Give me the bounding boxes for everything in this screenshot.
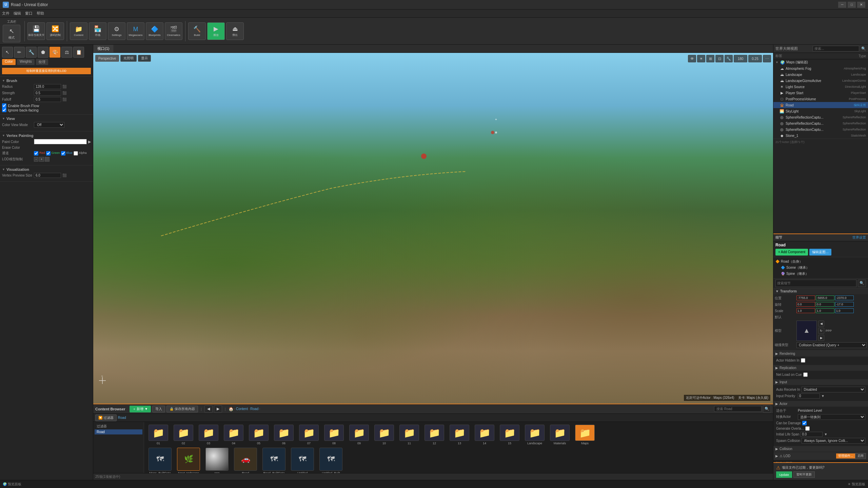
eject-btn[interactable]: ⏏ 弹出 [226, 22, 244, 40]
radius-slider-handle[interactable]: ⬛ [62, 85, 66, 88]
content-btn[interactable]: 📁 Content [70, 22, 87, 40]
megascans-btn[interactable]: M Megascans [127, 22, 144, 40]
vp-more-btn[interactable]: ⋯ [763, 55, 771, 62]
component-scene[interactable]: 🔷 Scene（继承） [775, 265, 866, 271]
model-nav-btn[interactable]: ▶ [818, 335, 824, 341]
breadcrumb-road[interactable]: Road [250, 407, 258, 411]
scale-z-input[interactable] [835, 308, 854, 313]
collision-type-select[interactable]: Collision Enabled (Query + [796, 342, 867, 348]
vp-camera-btn[interactable]: 👁 [688, 55, 696, 62]
input-priority-input[interactable] [798, 393, 820, 399]
wo-item-skylight[interactable]: 🌅 SkyLight SkyLight [773, 108, 868, 114]
model-clear-btn[interactable]: ↻ [818, 328, 824, 334]
folder-maps[interactable]: 📁 Maps [573, 425, 596, 445]
folder-04[interactable]: 📁 04 [222, 425, 245, 445]
breadcrumb-content[interactable]: Content [236, 407, 248, 411]
input-section[interactable]: ▶ Input [773, 379, 868, 385]
folder-13[interactable]: 📁 13 [448, 425, 471, 445]
channel-green-checkbox[interactable] [46, 151, 51, 156]
folder-05[interactable]: 📁 05 [247, 425, 270, 445]
folder-01[interactable]: 📁 01 [147, 425, 170, 445]
wo-item-stone[interactable]: ◆ Stone_1 StaticMesh [773, 133, 868, 139]
details-search-input[interactable] [775, 280, 856, 287]
spawn-collision-select[interactable]: Always Spawn, Ignore Colli... [802, 438, 865, 444]
play-btn[interactable]: ▶ 播放 [207, 22, 225, 40]
lod-plus-btn[interactable]: + [39, 157, 44, 162]
loc-z-input[interactable] [835, 296, 854, 300]
blueprints-btn[interactable]: 🔷 Blueprints [146, 22, 163, 40]
marketplace-btn[interactable]: 🏪 市场 [89, 22, 106, 40]
vertex-preview-input[interactable] [34, 173, 61, 178]
channel-blue-checkbox[interactable] [61, 151, 65, 156]
tab-weights[interactable]: Weights [17, 59, 35, 65]
component-spine[interactable]: 🔮 Spine（继承） [775, 271, 866, 277]
wo-item-sphere3[interactable]: ◎ SphereReflectionCaptu... SphereReflect… [773, 126, 868, 133]
wo-item-sphere2[interactable]: ◎ SphereReflectionCaptu... SphereReflect… [773, 120, 868, 126]
menu-help[interactable]: 帮助 [37, 11, 44, 16]
generate-overlap-checkbox[interactable] [805, 426, 810, 431]
asset-untitled-builtdata[interactable]: 🗺 Untitled_BuiltData [318, 448, 344, 473]
brush-tool-1[interactable]: ↖ [2, 47, 13, 58]
enable-brush-flow-checkbox[interactable] [2, 103, 6, 108]
vp-lit-btn[interactable]: ☀ [697, 55, 705, 62]
strength-slider-handle[interactable]: ⬛ [62, 91, 66, 95]
asset-road[interactable]: 🚗 Road [232, 448, 259, 473]
scale-x-input[interactable] [796, 308, 815, 313]
cb-import-btn[interactable]: 导入 [152, 406, 165, 412]
component-self[interactable]: 🔶 Road（自身） [775, 259, 866, 265]
net-load-checkbox[interactable] [803, 372, 808, 377]
folder-landscape[interactable]: 📁 Landscape [523, 425, 546, 445]
falloff-slider-handle[interactable]: ⬛ [62, 98, 66, 101]
viewport[interactable]: + Perspective 光照明 显示 👁 ☀ ⊞ ⊡ 🔧 180 0.25 [93, 53, 773, 404]
vp-wireframe-btn[interactable]: ⊞ [706, 55, 714, 62]
edit-blueprint-btn[interactable]: 编辑蓝图... [809, 249, 831, 256]
asset-road-builtdata[interactable]: 🗺 Road_BuiltData [261, 448, 287, 473]
folder-10[interactable]: 📁 10 [373, 425, 396, 445]
convert-select[interactable]: 选择一转换到 [798, 414, 865, 420]
folder-11[interactable]: 📁 11 [398, 425, 421, 445]
asset-ppp[interactable]: ppp [204, 448, 230, 473]
wo-item-sphere1[interactable]: ◎ SphereReflectionCaptu... SphereReflect… [773, 114, 868, 120]
brush-tool-3[interactable]: 🔧 [26, 47, 37, 58]
rot-z-input[interactable] [835, 302, 854, 307]
minimize-button[interactable]: ─ [838, 2, 846, 8]
rot-y-input[interactable] [816, 302, 834, 307]
radius-input[interactable] [34, 84, 61, 89]
folder-03[interactable]: 📁 03 [197, 425, 220, 445]
vp-snap-btn[interactable]: 🔧 [725, 55, 733, 62]
vp-scale-btn[interactable]: 0.25 [748, 55, 762, 62]
warning-lod-btn[interactable]: 绘制样量直接应用到所有LOD [2, 68, 91, 74]
paint-color-arrow[interactable]: ▶ [88, 140, 91, 144]
falloff-input[interactable] [34, 97, 61, 102]
build-btn[interactable]: 🔨 Build [188, 22, 206, 40]
details-filter-btn[interactable]: 🔍 [858, 280, 866, 287]
strength-input[interactable] [34, 90, 61, 96]
folder-14[interactable]: 📁 14 [473, 425, 496, 445]
folder-07[interactable]: 📁 07 [297, 425, 320, 445]
folder-02[interactable]: 📁 02 [172, 425, 195, 445]
model-browse-btn[interactable]: ◀ [818, 321, 824, 327]
cb-path-link[interactable]: Road [118, 416, 126, 420]
rendering-section[interactable]: ▶ Rendering [773, 351, 868, 357]
tree-item-filters[interactable]: 过滤器 [95, 423, 142, 429]
tab-color[interactable]: Color [2, 59, 16, 65]
ignore-back-facing-checkbox[interactable] [2, 108, 6, 112]
maximize-button[interactable]: □ [848, 2, 856, 8]
cb-save-all-btn[interactable]: 🔒 保存所有内容 [166, 406, 198, 412]
wo-item-landscapegizmo[interactable]: ⛰ LandscapeGizmoActive LandscapeGizmo [773, 78, 868, 84]
source-control-btn[interactable]: 🔀 源码控制 [46, 22, 64, 40]
auto-receive-select[interactable]: Disabled [802, 387, 865, 392]
select-mode-btn[interactable]: ↖模式 [3, 25, 20, 42]
replication-section[interactable]: ▶ Replication [773, 365, 868, 371]
cb-back-btn[interactable]: ◀ [204, 405, 213, 413]
cb-filters-btn[interactable]: 🔽 过滤器 [95, 414, 117, 421]
wo-item-atmosfog[interactable]: ☁ Atmospheric Fog AtmosphericFog [773, 65, 868, 72]
can-damage-checkbox[interactable] [802, 421, 807, 425]
viewport-tab-1[interactable]: 视口(1) [93, 45, 114, 53]
actor-hidden-checkbox[interactable] [801, 358, 805, 363]
transform-header[interactable]: ▼ Transform [773, 288, 868, 294]
asset-untitled[interactable]: 🗺 Untitled [289, 448, 316, 473]
asset-maps-builtdata[interactable]: 🗺 Maps_BuiltData [147, 448, 173, 473]
wo-parent-maps[interactable]: ▼ 🌍 Maps (编辑器) [773, 59, 868, 65]
cb-search-input[interactable] [714, 406, 762, 412]
